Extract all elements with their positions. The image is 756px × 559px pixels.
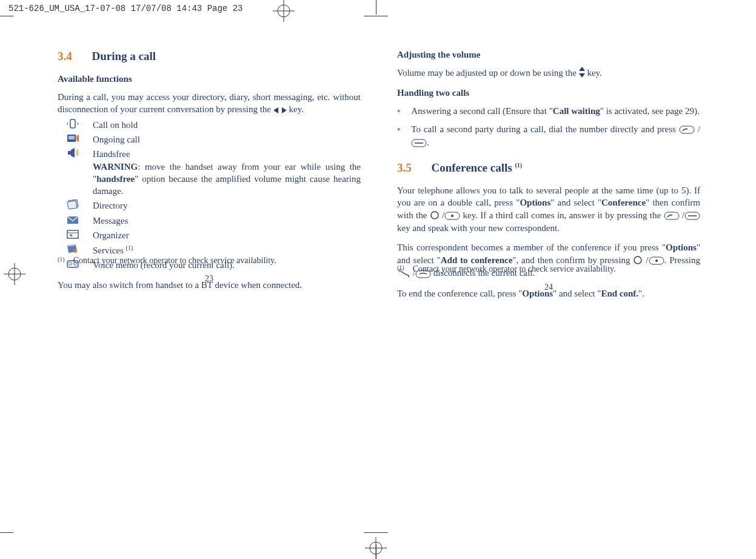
call-hold-icon [66,119,82,131]
body-text: Volume may be adjusted up or down be usi… [397,67,700,79]
text-fragment: Handsfree [93,149,130,159]
item-label: Call on hold [93,119,361,131]
text-fragment: . Pressing [664,255,700,265]
item-text: To call a second party during a call, di… [411,123,700,149]
svg-point-29 [431,212,438,219]
accept-key-icon [679,124,695,136]
text-fragment: Options [520,198,550,207]
volume-arrows-icon [579,68,587,78]
confirm-key-oval-icon [444,210,460,222]
footnote-marker: (1) [58,255,65,267]
text-fragment: Answering a second call (Ensure that " [411,106,553,116]
svg-marker-24 [579,67,585,71]
crop-mark [0,532,13,533]
text-fragment: To call a second party during a call, di… [411,124,679,134]
body-text: Your telephone allows you to talk to sev… [397,184,700,234]
svg-rect-19 [70,234,72,236]
list-item: Messages [66,215,361,227]
item-label: Directory [93,199,361,212]
organizer-icon [66,229,82,241]
svg-point-35 [634,256,641,264]
svg-point-20 [73,249,77,253]
item-label: Organizer [93,229,361,241]
text-fragment: Call waiting [553,106,600,116]
text-fragment: ", and then confirm by pressing [512,255,633,265]
messages-icon [66,215,82,227]
text-fragment: key. [289,104,304,114]
confirm-key-icon [633,255,643,265]
list-item: • Answering a second call (Ensure that "… [397,105,700,117]
item-label: Handsfree WARNING: move the handset away… [93,148,361,197]
svg-point-31 [451,215,453,217]
directory-icon [66,199,82,212]
handsfree-icon [66,148,82,197]
section-title: During a call [92,50,156,62]
svg-rect-32 [664,212,679,219]
accept-key-flat-icon [411,137,427,149]
bullet-icon: • [397,123,400,149]
text-fragment: Options [666,243,697,252]
svg-rect-26 [680,126,694,133]
text-fragment: key. If a third call comes in, answer it… [463,210,664,220]
text-fragment: During a call, you may access your direc… [58,92,361,114]
text-fragment: Conference calls [432,161,515,174]
crop-mark [0,16,13,16]
footnote-ref: (1) [515,162,522,169]
list-item: • To call a second party during a call, … [397,123,700,149]
text-fragment: " and select " [550,198,601,207]
confirm-key-oval-icon [649,255,664,267]
svg-rect-11 [70,119,75,128]
item-text: Answering a second call (Ensure that "Ca… [411,105,699,117]
text-fragment: WARNING [93,162,138,172]
body-text: During a call, you may access your direc… [58,91,361,116]
sub-heading: Available functions [58,73,361,85]
section-number: 3.4 [58,50,72,62]
footnote-text: Contact your network operator to check s… [413,264,616,275]
registration-mark-icon [4,263,25,285]
footnote: (1) Contact your network operator to che… [58,255,276,267]
text-fragment: This correspondent becomes a member of t… [397,243,666,252]
page-right: Adjusting the volume Volume may be adjus… [397,49,700,302]
svg-point-37 [655,259,658,262]
svg-rect-13 [69,136,75,139]
page-left: 3.4 During a call Available functions Du… [58,49,361,293]
text-fragment: Add to conference [441,255,513,265]
footnote: (1) Contact your network operator to che… [397,264,616,275]
sub-heading: Handling two calls [397,87,700,99]
confirm-key-icon [430,210,440,220]
item-label: Ongoing call [93,133,361,146]
crop-mark [364,16,388,16]
text-fragment: . [427,138,429,147]
list-item: Directory [66,199,361,212]
crop-mark [376,0,376,15]
footnote-text: Contact your network operator to check s… [73,255,276,267]
print-header: 521-626_UM_USA_17-07-08 17/07/08 14:43 P… [8,4,243,13]
text-fragment: Services [93,246,126,255]
section-heading: 3.5 Conference calls (1) [397,160,700,176]
footnote-marker: (1) [397,264,404,275]
svg-marker-10 [282,107,287,113]
registration-mark-icon [273,0,295,22]
ongoing-call-icon [66,133,82,146]
footnote-ref: (1) [126,244,133,251]
accept-key-icon [664,210,680,222]
sub-heading: Adjusting the volume [397,49,700,61]
nav-arrows-icon [273,104,287,116]
text-fragment: " is activated, see page 29). [600,106,700,116]
text-fragment: Volume may be adjusted up or down be usi… [397,68,579,78]
list-item: Call on hold [66,119,361,131]
text-fragment: key. [587,68,601,78]
registration-mark-icon [365,537,387,559]
list-item: Organizer [66,229,361,241]
crop-mark [364,532,388,533]
svg-marker-15 [71,148,75,158]
svg-marker-9 [273,107,278,113]
section-number: 3.5 [397,161,412,174]
text-fragment: handsfree [96,174,135,184]
section-heading: 3.4 During a call [58,49,361,64]
accept-key-flat-icon [684,210,700,222]
text-fragment: Conference [601,198,646,207]
bullet-icon: • [397,105,400,117]
svg-marker-25 [579,73,585,78]
page-number: 24 [397,282,700,293]
